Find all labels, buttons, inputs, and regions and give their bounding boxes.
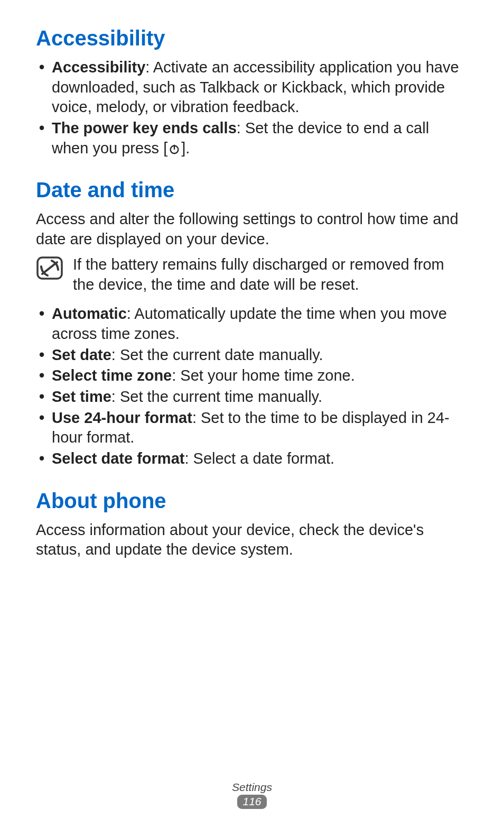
note-icon xyxy=(36,256,63,280)
item-label: Set time xyxy=(52,388,111,405)
item-label: Set date xyxy=(52,346,111,363)
item-label: Accessibility xyxy=(52,59,145,76)
heading-date-time: Date and time xyxy=(36,178,468,202)
date-time-list: Automatic: Automatically update the time… xyxy=(36,304,468,469)
date-time-intro: Access and alter the following settings … xyxy=(36,209,468,249)
item-desc: : Select a date format. xyxy=(184,450,334,467)
note-row: If the battery remains fully discharged … xyxy=(36,255,468,295)
item-desc: : Set your home time zone. xyxy=(172,367,355,384)
list-item: Use 24-hour format: Set to the time to b… xyxy=(36,408,468,448)
page-footer: Settings 116 xyxy=(0,781,504,809)
item-desc-post: ]. xyxy=(181,140,190,157)
footer-section-label: Settings xyxy=(0,781,504,794)
item-label: Select time zone xyxy=(52,367,172,384)
item-label: The power key ends calls xyxy=(52,119,237,136)
list-item: Set time: Set the current time manually. xyxy=(36,387,468,407)
list-item: Automatic: Automatically update the time… xyxy=(36,304,468,344)
list-item: Set date: Set the current date manually. xyxy=(36,345,468,365)
heading-about-phone: About phone xyxy=(36,489,468,513)
heading-accessibility: Accessibility xyxy=(36,26,468,50)
item-desc: : Set the current date manually. xyxy=(111,346,323,363)
about-phone-intro: Access information about your device, ch… xyxy=(36,520,468,560)
item-label: Select date format xyxy=(52,450,184,467)
list-item: Accessibility: Activate an accessibility… xyxy=(36,58,468,117)
item-desc: : Set the current time manually. xyxy=(111,388,322,405)
list-item: The power key ends calls: Set the device… xyxy=(36,118,468,158)
accessibility-list: Accessibility: Activate an accessibility… xyxy=(36,58,468,158)
item-label: Use 24-hour format xyxy=(52,409,192,426)
power-icon xyxy=(169,143,180,155)
list-item: Select date format: Select a date format… xyxy=(36,449,468,469)
note-text: If the battery remains fully discharged … xyxy=(73,255,468,295)
list-item: Select time zone: Set your home time zon… xyxy=(36,366,468,386)
item-label: Automatic xyxy=(52,305,127,322)
page-number-badge: 116 xyxy=(237,795,266,809)
